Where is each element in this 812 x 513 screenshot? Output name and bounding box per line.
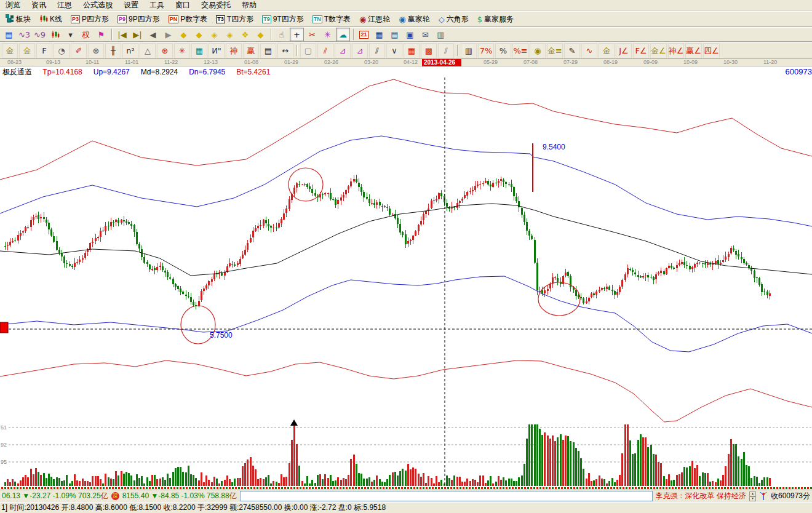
t-square-button[interactable]: T3T四方形 xyxy=(212,12,258,26)
wave-icon[interactable]: ∿ xyxy=(581,43,597,58)
diamond-shrink-icon[interactable]: ◈ xyxy=(223,28,237,41)
spiral-icon[interactable]: ◔ xyxy=(54,43,70,58)
grid-red2-icon[interactable]: ▩ xyxy=(421,43,437,58)
ninet-square-button-label: 9T四方形 xyxy=(273,14,304,25)
starburst-icon[interactable]: ✳ xyxy=(174,43,190,58)
p-square-button[interactable]: P3P四方形 xyxy=(66,12,113,26)
grid-red-icon[interactable]: ▦ xyxy=(404,43,420,58)
hexagon-icon: ◇ xyxy=(439,15,445,24)
gann-circle-icon[interactable]: ⊕ xyxy=(88,43,104,58)
ruler-comb-icon[interactable]: ╫ xyxy=(105,43,121,58)
calculator-icon[interactable]: ▦ xyxy=(372,28,386,41)
ruler-123-icon[interactable]: ▤ xyxy=(260,43,276,58)
candle-style-icon[interactable] xyxy=(48,28,62,41)
flag-histogram-icon[interactable]: ⚑ xyxy=(94,28,108,41)
percent-lines-icon[interactable]: %≡ xyxy=(512,43,528,58)
p-table-button[interactable]: PNP数字表 xyxy=(164,12,212,26)
sectors-button[interactable]: 板块 xyxy=(1,12,35,26)
pan-hand-icon[interactable]: ☝ xyxy=(274,28,289,41)
gold-circle-icon[interactable]: ◉ xyxy=(530,43,546,58)
f-angle-icon[interactable]: F∠ xyxy=(633,43,649,58)
t-table-button[interactable]: TNT数字表 xyxy=(308,12,355,26)
diamond-cross-icon[interactable]: ◆ xyxy=(253,28,268,41)
diamond-star-icon[interactable]: ❖ xyxy=(238,28,252,41)
select-box-icon[interactable]: ▢ xyxy=(300,43,316,58)
gold2-angle-icon[interactable]: 金∠ xyxy=(650,43,667,58)
gann-gate2-icon[interactable]: 金 xyxy=(19,43,35,58)
signal-dot-strip xyxy=(1,487,812,489)
fan-box-icon[interactable]: ⊿ xyxy=(335,43,351,58)
parallel-lines-icon[interactable]: ⫽ xyxy=(438,43,454,58)
spin-up-button[interactable]: ▲ xyxy=(749,491,756,496)
save-icon[interactable]: ▣ xyxy=(403,28,417,41)
j-angle-icon[interactable]: J∠ xyxy=(616,43,632,58)
gann-gate-icon[interactable]: 金 xyxy=(2,43,18,58)
shen-tool-icon[interactable]: 神 xyxy=(226,43,242,58)
target-icon[interactable]: ⊕ xyxy=(157,43,173,58)
diamond-expand-icon[interactable]: ◈ xyxy=(207,28,221,41)
diamond-left-icon[interactable]: ◆ xyxy=(177,28,191,41)
percent-icon[interactable]: % xyxy=(495,43,511,58)
next-bar-icon[interactable]: ▶ xyxy=(161,28,175,41)
menu-item-2[interactable]: 江恩 xyxy=(52,0,78,10)
winner-wheel-button[interactable]: ◉赢家轮 xyxy=(394,12,434,26)
restore-rights-icon[interactable]: 权 xyxy=(79,28,93,41)
angle-mirror-icon[interactable]: △ xyxy=(140,43,156,58)
kline-button[interactable]: K线 xyxy=(35,12,66,26)
mail-icon[interactable]: ✉ xyxy=(418,28,432,41)
menu-item-3[interactable]: 公式选股 xyxy=(78,0,118,10)
menu-item-8[interactable]: 帮助 xyxy=(236,0,262,10)
gold-angle-icon[interactable]: 金 xyxy=(599,43,615,58)
f-gate-icon[interactable]: F xyxy=(36,43,52,58)
fan-lines-icon[interactable]: ⫽ xyxy=(317,43,333,58)
winner-service-button[interactable]: $赢家服务 xyxy=(473,12,518,26)
ying-tool-icon[interactable]: 赢 xyxy=(243,43,259,58)
wave-3-icon[interactable]: ∿3 xyxy=(17,28,31,41)
rocket-icon[interactable]: ✐ xyxy=(71,43,87,58)
percent7-icon[interactable]: 7% xyxy=(478,43,494,58)
n-mark-icon[interactable]: И" xyxy=(209,43,225,58)
notepad-icon[interactable]: ▤ xyxy=(388,28,402,41)
n-square-icon[interactable]: n² xyxy=(122,43,138,58)
gold-lines-icon[interactable]: 金≡ xyxy=(547,43,563,58)
date-label: 07-08 xyxy=(523,59,538,66)
shen-angle-icon[interactable]: 神∠ xyxy=(668,43,685,58)
width-arrows-icon[interactable]: ↔ xyxy=(277,43,293,58)
stock-info-icon[interactable]: ▤ xyxy=(2,28,16,41)
menu-item-5[interactable]: 工具 xyxy=(144,0,170,10)
ninep-square-button[interactable]: P99P四方形 xyxy=(113,12,164,26)
spin-down-button[interactable]: ▼ xyxy=(749,496,756,501)
t-square-icon: T3 xyxy=(216,15,225,23)
stock-code: 600973 xyxy=(786,66,812,78)
fan-box2-icon[interactable]: ⊿ xyxy=(352,43,368,58)
crosshair-icon[interactable]: + xyxy=(290,28,304,41)
command-input[interactable] xyxy=(240,491,653,501)
menu-item-4[interactable]: 设置 xyxy=(118,0,144,10)
fan-black-icon[interactable]: ⫽ xyxy=(369,43,385,58)
main-chart[interactable]: 5192959.54005.7500 xyxy=(0,78,812,490)
menu-item-0[interactable]: 浏览 xyxy=(0,0,26,10)
diamond-right-icon[interactable]: ◆ xyxy=(192,28,206,41)
hexagon-button[interactable]: ◇六角形 xyxy=(434,12,473,26)
pencil-icon[interactable]: ✎ xyxy=(564,43,580,58)
ying-angle-icon[interactable]: 赢∠ xyxy=(685,43,702,58)
v-lines-icon[interactable]: ∨ xyxy=(386,43,402,58)
menu-item-6[interactable]: 窗口 xyxy=(170,0,196,10)
hist-scale-icon[interactable]: ▥ xyxy=(461,43,477,58)
dropdown-arrow-icon[interactable]: ▾ xyxy=(63,28,78,41)
smart-cloud-icon[interactable]: ☁ xyxy=(336,28,350,41)
gann-flower-icon[interactable]: ✳ xyxy=(320,28,335,41)
si-angle-icon[interactable]: 四∠ xyxy=(703,43,720,58)
last-bar-icon[interactable]: ▶| xyxy=(130,28,145,41)
grid-box-icon[interactable]: ▦ xyxy=(191,43,207,58)
menu-item-1[interactable]: 资讯 xyxy=(26,0,52,10)
measure-icon[interactable]: ✂ xyxy=(305,28,319,41)
menu-item-7[interactable]: 交易委托 xyxy=(196,0,236,10)
gann-wheel-button[interactable]: ◉江恩轮 xyxy=(355,12,394,26)
calendar-icon[interactable]: 21 xyxy=(357,28,371,41)
prev-bar-icon[interactable]: ◀ xyxy=(146,28,160,41)
ninet-square-button[interactable]: T99T四方形 xyxy=(258,12,308,26)
print-icon[interactable]: ▥ xyxy=(434,28,448,41)
first-bar-icon[interactable]: |◀ xyxy=(115,28,129,41)
wave-9-icon[interactable]: ∿9 xyxy=(33,28,47,41)
